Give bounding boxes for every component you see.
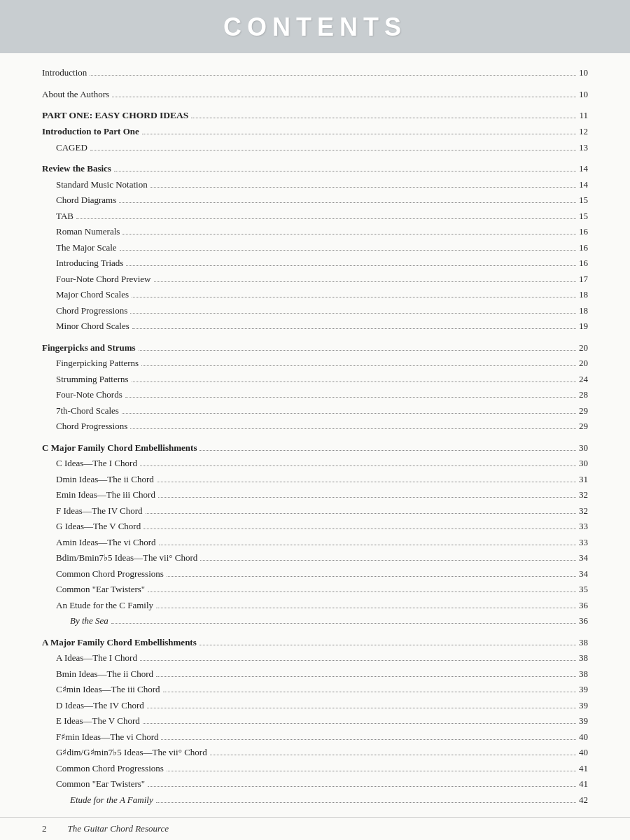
toc-dots	[90, 150, 576, 150]
list-item: Bmin Ideas—The ii Chord38	[42, 667, 588, 681]
toc-dots	[143, 723, 576, 724]
toc-page-number: 15	[579, 193, 588, 207]
toc-entry-title: By the Sea	[42, 614, 108, 628]
list-item: 7th-Chord Scales29	[42, 404, 588, 418]
toc-entry-title: Bmin Ideas—The ii Chord	[42, 667, 153, 681]
toc-dots	[119, 202, 576, 203]
toc-spacer	[42, 435, 588, 441]
list-item: Etude for the A Family42	[42, 793, 588, 807]
toc-dots	[139, 350, 576, 351]
toc-page-number: 34	[579, 551, 588, 565]
list-item: Common Chord Progressions41	[42, 762, 588, 776]
toc-page-number: 19	[579, 319, 588, 333]
toc-dots	[148, 592, 576, 592]
list-item: Introduction10	[42, 66, 588, 80]
list-item: By the Sea36	[42, 614, 588, 628]
toc-entry-title: Standard Music Notation	[42, 178, 148, 192]
list-item: C Ideas—The I Chord30	[42, 456, 588, 470]
toc-page-number: 40	[579, 730, 588, 744]
page: CONTENTS Introduction10About the Authors…	[0, 0, 630, 840]
list-item: Chord Diagrams15	[42, 193, 588, 207]
toc-dots	[122, 234, 576, 234]
toc-dots	[156, 676, 576, 677]
list-item: C Major Family Chord Embellishments30	[42, 441, 588, 455]
toc-page-number: 36	[579, 614, 588, 628]
list-item: Common Chord Progressions34	[42, 567, 588, 581]
list-item: Chord Progressions18	[42, 304, 588, 318]
toc-page-number: 16	[579, 241, 588, 255]
toc-entry-title: PART ONE: EASY CHORD IDEAS	[42, 108, 188, 122]
toc-page-number: 16	[579, 256, 588, 270]
list-item: Dmin Ideas—The ii Chord31	[42, 472, 588, 486]
toc-page-number: 38	[579, 667, 588, 681]
toc-page-number: 32	[579, 504, 588, 518]
toc-page-number: 10	[579, 66, 588, 80]
toc-entry-title: Introducing Triads	[42, 256, 123, 270]
toc-dots	[148, 786, 576, 787]
toc-page-number: 18	[579, 304, 588, 318]
toc-entry-title: Common "Ear Twisters"	[42, 582, 145, 596]
toc-entry-title: Chord Progressions	[42, 419, 127, 433]
toc-entry-title: Introduction	[42, 66, 87, 80]
toc-page-number: 11	[579, 108, 588, 122]
toc-entry-title: C Ideas—The I Chord	[42, 456, 137, 470]
toc-page-number: 28	[579, 388, 588, 402]
toc-page-number: 20	[579, 341, 588, 355]
list-item: Bdim/Bmin7♭5 Ideas—The vii° Chord34	[42, 551, 588, 565]
list-item: A Ideas—The I Chord38	[42, 651, 588, 665]
toc-entry-title: Common Chord Progressions	[42, 762, 164, 776]
toc-page-number: 38	[579, 651, 588, 665]
toc-entry-title: F♯min Ideas—The vi Chord	[42, 730, 158, 744]
toc-spacer	[42, 630, 588, 636]
footer: 2 The Guitar Chord Resource	[0, 817, 630, 840]
toc-page-number: 35	[579, 582, 588, 596]
toc-dots	[111, 623, 576, 624]
list-item: Common "Ear Twisters"41	[42, 777, 588, 791]
toc-entry-title: Roman Numerals	[42, 225, 120, 239]
toc-page-number: 10	[579, 88, 588, 102]
page-title: CONTENTS	[0, 13, 630, 42]
toc-spacer	[42, 82, 588, 88]
list-item: Roman Numerals16	[42, 225, 588, 239]
list-item: Introduction to Part One12	[42, 125, 588, 139]
toc-entry-title: Introduction to Part One	[42, 125, 139, 139]
toc-entry-title: Dmin Ideas—The ii Chord	[42, 472, 154, 486]
toc-dots	[210, 755, 576, 755]
toc-entry-title: Fingerpicking Patterns	[42, 356, 139, 370]
toc-entry-title: D Ideas—The IV Chord	[42, 699, 144, 713]
toc-page-number: 12	[579, 125, 588, 139]
list-item: E Ideas—The V Chord39	[42, 714, 588, 728]
toc-page-number: 34	[579, 567, 588, 581]
list-item: Standard Music Notation14	[42, 178, 588, 192]
toc-page-number: 20	[579, 356, 588, 370]
toc-entry-title: C♯min Ideas—The iii Chord	[42, 682, 160, 696]
toc-dots	[157, 482, 576, 482]
list-item: Four-Note Chords28	[42, 388, 588, 402]
toc-entry-title: G♯dim/G♯min7♭5 Ideas—The vii° Chord	[42, 746, 207, 760]
toc-dots	[191, 118, 576, 118]
list-item: Introducing Triads16	[42, 256, 588, 270]
toc-dots	[154, 281, 577, 282]
toc-entry-title: About the Authors	[42, 88, 109, 102]
list-item: TAB15	[42, 209, 588, 223]
list-item: About the Authors10	[42, 88, 588, 102]
list-item: An Etude for the C Family36	[42, 598, 588, 612]
toc-dots	[122, 413, 576, 414]
toc-dots	[200, 450, 576, 451]
toc-dots	[130, 428, 576, 429]
toc-page-number: 30	[579, 456, 588, 470]
toc-entry-title: Bdim/Bmin7♭5 Ideas—The vii° Chord	[42, 551, 197, 565]
list-item: Fingerpicking Patterns20	[42, 356, 588, 370]
toc-page-number: 39	[579, 714, 588, 728]
toc-entry-title: Major Chord Scales	[42, 288, 129, 302]
list-item: Amin Ideas—The vi Chord33	[42, 536, 588, 550]
toc-dots	[200, 645, 576, 645]
list-item: Chord Progressions29	[42, 419, 588, 433]
toc-page-number: 13	[579, 141, 588, 155]
toc-page-number: 33	[579, 519, 588, 533]
toc-page-number: 40	[579, 746, 588, 760]
toc-dots	[150, 187, 576, 188]
toc-page-number: 15	[579, 209, 588, 223]
list-item: A Major Family Chord Embellishments38	[42, 636, 588, 650]
list-item: F♯min Ideas—The vi Chord40	[42, 730, 588, 744]
